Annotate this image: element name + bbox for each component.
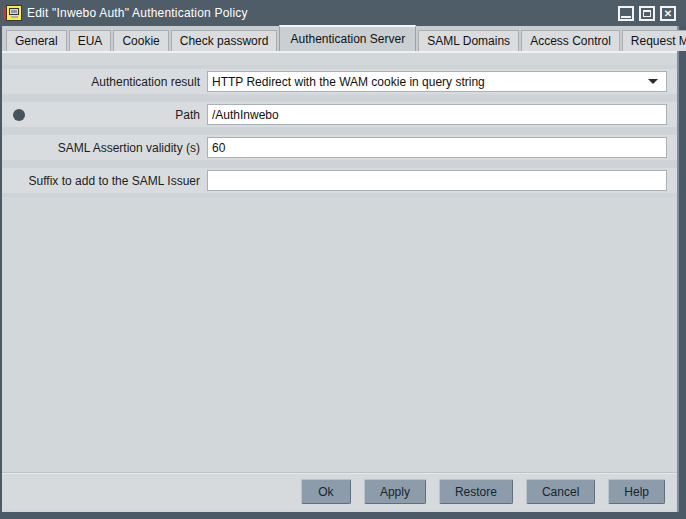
tab-content-authentication-server: Authentication result HTTP Redirect with…: [2, 53, 677, 472]
status-dot-icon: [13, 109, 25, 121]
saml-assertion-validity-input[interactable]: [207, 137, 667, 158]
tab-check-password[interactable]: Check password: [171, 30, 278, 51]
app-icon-screen: [11, 10, 17, 13]
form-row-saml-assertion-validity: SAML Assertion validity (s): [2, 131, 677, 164]
app-icon: [3, 4, 24, 22]
path-input[interactable]: [207, 104, 667, 125]
form-row-saml-issuer-suffix: Suffix to add to the SAML Issuer: [2, 164, 677, 197]
button-bar: Ok Apply Restore Cancel Help: [2, 472, 677, 510]
authentication-result-label: Authentication result: [2, 75, 207, 89]
close-icon[interactable]: ✕: [660, 6, 676, 21]
tab-cookie[interactable]: Cookie: [113, 30, 168, 51]
path-label: Path: [2, 108, 207, 122]
authentication-result-select[interactable]: HTTP Redirect with the WAM cookie in que…: [207, 71, 667, 92]
form-row-authentication-result: Authentication result HTTP Redirect with…: [2, 65, 677, 98]
dialog-window: Edit "Inwebo Auth" Authentication Policy…: [0, 0, 686, 519]
tab-eua[interactable]: EUA: [69, 30, 112, 51]
ok-button[interactable]: Ok: [301, 479, 351, 504]
tab-authentication-server[interactable]: Authentication Server: [279, 25, 416, 51]
app-icon-base: [11, 16, 18, 18]
tab-request-manager[interactable]: Request Manager: [622, 30, 686, 51]
tab-bar: General EUA Cookie Check password Authen…: [2, 26, 677, 53]
saml-issuer-suffix-input[interactable]: [207, 170, 667, 191]
saml-assertion-validity-label: SAML Assertion validity (s): [2, 141, 207, 155]
window-title: Edit "Inwebo Auth" Authentication Policy: [27, 6, 618, 20]
restore-button[interactable]: Restore: [439, 479, 513, 504]
minimize-icon[interactable]: [618, 6, 634, 21]
close-glyph: ✕: [662, 8, 674, 19]
tab-saml-domains[interactable]: SAML Domains: [418, 30, 519, 51]
apply-button[interactable]: Apply: [364, 479, 426, 504]
titlebar: Edit "Inwebo Auth" Authentication Policy…: [0, 0, 686, 26]
chevron-down-icon: [648, 79, 658, 84]
maximize-icon[interactable]: [639, 6, 655, 21]
tab-access-control[interactable]: Access Control: [521, 30, 620, 51]
maximize-glyph: [643, 10, 651, 17]
minimize-glyph: [621, 16, 631, 18]
help-button[interactable]: Help: [608, 479, 665, 504]
form-row-path: Path: [2, 98, 677, 131]
cancel-button[interactable]: Cancel: [526, 479, 595, 504]
dialog-body: General EUA Cookie Check password Authen…: [2, 26, 677, 512]
saml-issuer-suffix-label: Suffix to add to the SAML Issuer: [2, 174, 207, 188]
window-controls: ✕: [618, 6, 676, 21]
tab-general[interactable]: General: [6, 30, 67, 51]
authentication-result-value: HTTP Redirect with the WAM cookie in que…: [212, 75, 648, 89]
